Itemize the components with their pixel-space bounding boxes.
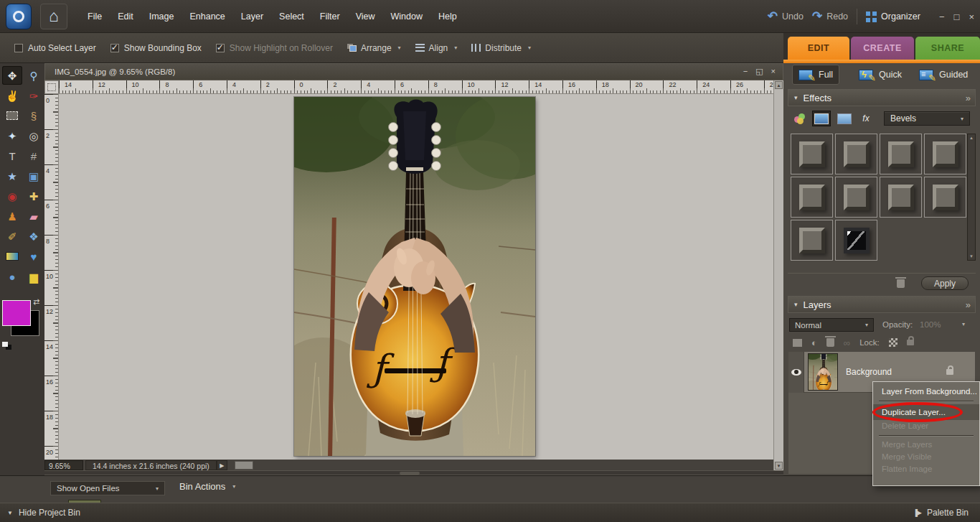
- tool-spot-healing-brush[interactable]: ✚: [24, 187, 44, 205]
- arrange-button[interactable]: Arrange ▾: [347, 43, 401, 53]
- photo-effects-icon[interactable]: [835, 111, 854, 126]
- menu-layer[interactable]: Layer: [234, 9, 270, 24]
- delete-effect-icon[interactable]: [897, 279, 905, 288]
- menu-edit[interactable]: Edit: [110, 9, 141, 24]
- bin-splitter[interactable]: [44, 470, 783, 475]
- tab-edit[interactable]: EDIT: [788, 37, 849, 60]
- default-colors-icon[interactable]: [2, 342, 11, 350]
- menu-help[interactable]: Help: [431, 9, 464, 24]
- horizontal-scrollbar[interactable]: [235, 461, 253, 470]
- show-bounding-box-checkbox[interactable]: Show Bounding Box: [110, 43, 202, 53]
- tool-cookie-cutter[interactable]: ★: [2, 167, 22, 185]
- hide-project-bin-button[interactable]: ▼ Hide Project Bin: [7, 508, 80, 518]
- align-button[interactable]: Align ▾: [415, 43, 458, 53]
- canvas-area[interactable]: ƒ ƒ: [59, 94, 773, 460]
- doc-restore-button[interactable]: ◱: [755, 67, 763, 76]
- delete-layer-icon[interactable]: [826, 338, 834, 347]
- vertical-scrollbar[interactable]: ▲ ▼: [773, 80, 783, 470]
- palette-bin-button[interactable]: ▐▶ Palette Bin: [913, 508, 969, 518]
- effect-thumb-glossy-black[interactable]: [835, 220, 877, 261]
- effect-thumb-bevel-outline[interactable]: [835, 177, 877, 218]
- tool-rectangular-marquee[interactable]: [2, 106, 22, 125]
- home-icon[interactable]: ⌂: [40, 4, 67, 29]
- link-layers-icon[interactable]: ∞: [844, 338, 850, 348]
- context-item-duplicate-layer[interactable]: Duplicate Layer...: [873, 404, 979, 420]
- scroll-up-arrow[interactable]: ▲: [775, 81, 783, 89]
- tool-brush[interactable]: ✐: [2, 227, 22, 246]
- tool-gradient[interactable]: [2, 247, 22, 266]
- tool-sponge[interactable]: ▆: [24, 267, 44, 286]
- scroll-down-arrow[interactable]: ▼: [968, 254, 975, 258]
- mode-guided-button[interactable]: Guided: [913, 65, 974, 85]
- document-title-bar[interactable]: IMG_0554.jpg @ 9.65% (RGB/8) − ◱ ×: [44, 63, 783, 80]
- menu-view[interactable]: View: [349, 9, 382, 24]
- close-button[interactable]: ×: [969, 11, 974, 22]
- splitter-grip[interactable]: [400, 472, 420, 475]
- tool-eraser[interactable]: ▰: [24, 207, 44, 225]
- status-next-button[interactable]: ▶: [217, 460, 227, 470]
- effect-thumb-bevel-small[interactable]: [880, 177, 922, 218]
- menu-image[interactable]: Image: [142, 9, 182, 24]
- panel-more-icon[interactable]: »: [966, 93, 969, 103]
- new-layer-icon[interactable]: [793, 339, 802, 347]
- organizer-button[interactable]: Organizer: [866, 11, 920, 22]
- effects-category-dropdown[interactable]: Bevels ▾: [884, 111, 970, 126]
- menu-file[interactable]: File: [80, 9, 109, 24]
- layer-styles-icon[interactable]: [812, 111, 831, 126]
- effect-thumb-bevel-raised[interactable]: [880, 134, 922, 174]
- maximize-button[interactable]: □: [954, 11, 960, 22]
- tool-crop[interactable]: #: [24, 146, 44, 165]
- effects-panel-header[interactable]: ▾ Effects »: [788, 89, 976, 106]
- swap-colors-icon[interactable]: ⇄: [33, 297, 39, 307]
- opacity-value[interactable]: 100%: [920, 320, 941, 329]
- panel-more-icon[interactable]: »: [966, 299, 969, 310]
- tool-move[interactable]: ✥: [2, 66, 22, 85]
- doc-minimize-button[interactable]: −: [743, 67, 748, 76]
- menu-filter[interactable]: Filter: [313, 9, 347, 24]
- foreground-color-swatch[interactable]: [2, 300, 31, 326]
- tool-blur[interactable]: ●: [2, 267, 22, 286]
- tool-zoom[interactable]: ⚲: [24, 66, 44, 85]
- context-item-layer-from-background[interactable]: Layer From Background...: [873, 386, 979, 398]
- doc-close-button[interactable]: ×: [771, 67, 776, 76]
- zoom-level-field[interactable]: 9.65%: [44, 460, 83, 470]
- lock-transparency-icon[interactable]: [889, 338, 897, 347]
- mode-full-button[interactable]: Full: [792, 65, 839, 85]
- tool-straighten[interactable]: ▣: [24, 167, 44, 185]
- effects-scrollbar[interactable]: ▲ ▼: [967, 134, 976, 261]
- tool-red-eye-removal[interactable]: ◉: [2, 187, 22, 205]
- visibility-eye-icon[interactable]: [791, 369, 801, 376]
- tool-quick-selection[interactable]: ◎: [24, 126, 44, 145]
- opacity-dropdown-arrow[interactable]: ▾: [962, 321, 965, 327]
- tool-clone-stamp[interactable]: ♟: [2, 207, 22, 225]
- menu-select[interactable]: Select: [272, 9, 311, 24]
- mode-quick-button[interactable]: Quick: [852, 65, 908, 85]
- tool-shape[interactable]: ♥: [24, 247, 44, 266]
- effect-thumb-bevel-wide[interactable]: [791, 220, 833, 261]
- redo-button[interactable]: ↷Redo: [812, 11, 848, 22]
- effect-thumb-bevel-rounded[interactable]: [791, 177, 833, 218]
- bin-actions-button[interactable]: Bin Actions ▾: [179, 481, 235, 492]
- effect-thumb-bevel-raised-steep[interactable]: [835, 134, 877, 174]
- tool-smart-brush[interactable]: ❖: [24, 227, 44, 246]
- tab-create[interactable]: CREATE: [851, 37, 914, 60]
- adjustment-layer-icon[interactable]: ◐: [811, 338, 817, 348]
- layers-panel-header[interactable]: ▾ Layers »: [788, 296, 976, 313]
- filters-icon[interactable]: [791, 111, 809, 126]
- scroll-up-arrow[interactable]: ▲: [968, 136, 975, 140]
- tool-magic-wand[interactable]: ✦: [2, 126, 22, 145]
- tool-eyedropper[interactable]: ✑: [24, 86, 44, 105]
- effect-thumb-bevel-soft[interactable]: [924, 134, 966, 174]
- tab-share[interactable]: SHARE: [915, 37, 980, 60]
- tool-lasso[interactable]: §: [24, 106, 44, 125]
- show-open-files-dropdown[interactable]: Show Open Files ▾: [50, 481, 165, 495]
- tool-hand[interactable]: ✌: [2, 86, 22, 105]
- undo-button[interactable]: ↶Undo: [768, 11, 804, 22]
- blend-mode-dropdown[interactable]: Normal ▾: [789, 318, 874, 332]
- effect-thumb-bevel-large[interactable]: [924, 177, 966, 218]
- tool-type[interactable]: T: [2, 146, 22, 165]
- effect-thumb-bevel-inner-dark[interactable]: [791, 134, 833, 174]
- minimize-button[interactable]: −: [939, 11, 945, 22]
- apply-button[interactable]: Apply: [921, 276, 969, 290]
- menu-window[interactable]: Window: [384, 9, 430, 24]
